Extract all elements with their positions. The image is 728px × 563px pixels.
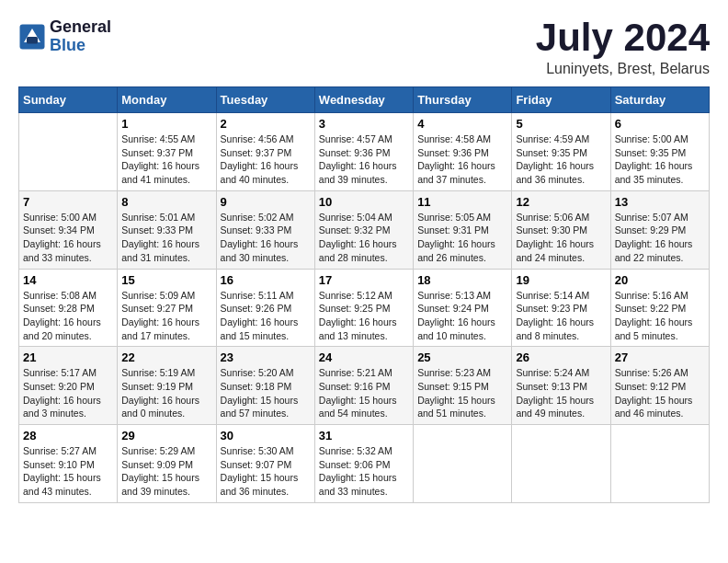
header-sunday: Sunday — [19, 87, 118, 113]
header-row: Sunday Monday Tuesday Wednesday Thursday… — [19, 87, 710, 113]
day-number: 17 — [319, 273, 409, 287]
day-number: 31 — [319, 429, 409, 442]
day-info: Sunrise: 5:16 AMSunset: 9:22 PMDaylight:… — [615, 289, 705, 343]
day-info: Sunrise: 5:08 AMSunset: 9:28 PMDaylight:… — [23, 289, 113, 343]
day-info: Sunrise: 5:21 AMSunset: 9:16 PMDaylight:… — [319, 366, 409, 420]
header-monday: Monday — [118, 87, 216, 113]
calendar-table: Sunday Monday Tuesday Wednesday Thursday… — [18, 86, 710, 503]
header-wednesday: Wednesday — [314, 87, 413, 113]
day-info: Sunrise: 4:57 AMSunset: 9:36 PMDaylight:… — [319, 132, 409, 187]
day-info: Sunrise: 5:00 AMSunset: 9:35 PMDaylight:… — [615, 132, 705, 187]
day-number: 7 — [23, 195, 113, 209]
cell-w2-d6: 12Sunrise: 5:06 AMSunset: 9:30 PMDayligh… — [512, 190, 610, 269]
header-tuesday: Tuesday — [216, 87, 314, 113]
day-info: Sunrise: 5:30 AMSunset: 9:07 PMDaylight:… — [221, 444, 311, 499]
cell-w2-d7: 13Sunrise: 5:07 AMSunset: 9:29 PMDayligh… — [610, 190, 709, 269]
cell-w5-d4: 31Sunrise: 5:32 AMSunset: 9:06 PMDayligh… — [314, 425, 413, 503]
cell-w5-d6 — [512, 425, 610, 503]
day-number: 22 — [121, 350, 211, 364]
cell-w3-d7: 20Sunrise: 5:16 AMSunset: 9:22 PMDayligh… — [610, 269, 709, 347]
day-info: Sunrise: 5:06 AMSunset: 9:30 PMDaylight:… — [516, 211, 606, 265]
day-info: Sunrise: 4:58 AMSunset: 9:36 PMDaylight:… — [417, 132, 507, 187]
day-info: Sunrise: 5:12 AMSunset: 9:25 PMDaylight:… — [319, 289, 409, 343]
cell-w3-d3: 16Sunrise: 5:11 AMSunset: 9:26 PMDayligh… — [216, 269, 314, 347]
day-number: 3 — [319, 117, 409, 131]
logo: General Blue — [18, 18, 111, 55]
day-info: Sunrise: 5:14 AMSunset: 9:23 PMDaylight:… — [516, 289, 606, 343]
cell-w3-d2: 15Sunrise: 5:09 AMSunset: 9:27 PMDayligh… — [118, 269, 216, 347]
cell-w4-d1: 21Sunrise: 5:17 AMSunset: 9:20 PMDayligh… — [19, 347, 118, 425]
day-info: Sunrise: 5:27 AMSunset: 9:10 PMDaylight:… — [23, 444, 113, 499]
day-number: 14 — [23, 273, 113, 287]
day-number: 18 — [417, 273, 507, 287]
day-number: 23 — [221, 350, 311, 364]
day-info: Sunrise: 5:20 AMSunset: 9:18 PMDaylight:… — [221, 366, 311, 420]
header-saturday: Saturday — [610, 87, 709, 113]
week-row-3: 14Sunrise: 5:08 AMSunset: 9:28 PMDayligh… — [19, 269, 710, 347]
day-number: 4 — [417, 117, 507, 131]
logo-line2: Blue — [50, 37, 111, 55]
cell-w1-d2: 1Sunrise: 4:55 AMSunset: 9:37 PMDaylight… — [118, 113, 216, 191]
cell-w3-d1: 14Sunrise: 5:08 AMSunset: 9:28 PMDayligh… — [19, 269, 118, 347]
cell-w1-d5: 4Sunrise: 4:58 AMSunset: 9:36 PMDaylight… — [414, 113, 512, 191]
cell-w3-d4: 17Sunrise: 5:12 AMSunset: 9:25 PMDayligh… — [314, 269, 413, 347]
day-number: 30 — [221, 429, 311, 442]
day-number: 20 — [615, 273, 705, 287]
day-number: 27 — [615, 350, 705, 364]
day-info: Sunrise: 5:17 AMSunset: 9:20 PMDaylight:… — [23, 366, 113, 420]
day-number: 8 — [121, 195, 211, 209]
day-number: 5 — [516, 117, 606, 131]
cell-w4-d3: 23Sunrise: 5:20 AMSunset: 9:18 PMDayligh… — [216, 347, 314, 425]
day-number: 10 — [319, 195, 409, 209]
cell-w4-d5: 25Sunrise: 5:23 AMSunset: 9:15 PMDayligh… — [414, 347, 512, 425]
header-friday: Friday — [512, 87, 610, 113]
day-number: 21 — [23, 350, 113, 364]
day-number: 13 — [615, 195, 705, 209]
cell-w1-d7: 6Sunrise: 5:00 AMSunset: 9:35 PMDaylight… — [610, 113, 709, 191]
day-number: 9 — [221, 195, 311, 209]
day-info: Sunrise: 4:59 AMSunset: 9:35 PMDaylight:… — [516, 132, 606, 187]
day-info: Sunrise: 5:26 AMSunset: 9:12 PMDaylight:… — [615, 366, 705, 420]
day-info: Sunrise: 5:24 AMSunset: 9:13 PMDaylight:… — [516, 366, 606, 420]
cell-w5-d2: 29Sunrise: 5:29 AMSunset: 9:09 PMDayligh… — [118, 425, 216, 503]
page-header: General Blue July 2024 Luninyets, Brest,… — [18, 18, 710, 77]
location-subtitle: Luninyets, Brest, Belarus — [536, 61, 710, 77]
cell-w1-d6: 5Sunrise: 4:59 AMSunset: 9:35 PMDaylight… — [512, 113, 610, 191]
svg-rect-2 — [27, 37, 38, 44]
day-number: 15 — [121, 273, 211, 287]
cell-w1-d1 — [19, 113, 118, 191]
day-number: 19 — [516, 273, 606, 287]
week-row-4: 21Sunrise: 5:17 AMSunset: 9:20 PMDayligh… — [19, 347, 710, 425]
day-number: 2 — [221, 117, 311, 131]
day-info: Sunrise: 5:19 AMSunset: 9:19 PMDaylight:… — [121, 366, 211, 420]
cell-w2-d4: 10Sunrise: 5:04 AMSunset: 9:32 PMDayligh… — [314, 190, 413, 269]
cell-w2-d2: 8Sunrise: 5:01 AMSunset: 9:33 PMDaylight… — [118, 190, 216, 269]
day-info: Sunrise: 5:09 AMSunset: 9:27 PMDaylight:… — [121, 289, 211, 343]
day-info: Sunrise: 5:29 AMSunset: 9:09 PMDaylight:… — [121, 444, 211, 499]
cell-w5-d7 — [610, 425, 709, 503]
cell-w5-d3: 30Sunrise: 5:30 AMSunset: 9:07 PMDayligh… — [216, 425, 314, 503]
cell-w4-d6: 26Sunrise: 5:24 AMSunset: 9:13 PMDayligh… — [512, 347, 610, 425]
week-row-2: 7Sunrise: 5:00 AMSunset: 9:34 PMDaylight… — [19, 190, 710, 269]
day-number: 6 — [615, 117, 705, 131]
day-info: Sunrise: 5:11 AMSunset: 9:26 PMDaylight:… — [221, 289, 311, 343]
cell-w2-d1: 7Sunrise: 5:00 AMSunset: 9:34 PMDaylight… — [19, 190, 118, 269]
week-row-5: 28Sunrise: 5:27 AMSunset: 9:10 PMDayligh… — [19, 425, 710, 503]
day-info: Sunrise: 4:56 AMSunset: 9:37 PMDaylight:… — [221, 132, 311, 187]
day-info: Sunrise: 5:01 AMSunset: 9:33 PMDaylight:… — [121, 211, 211, 265]
day-info: Sunrise: 5:13 AMSunset: 9:24 PMDaylight:… — [417, 289, 507, 343]
cell-w5-d1: 28Sunrise: 5:27 AMSunset: 9:10 PMDayligh… — [19, 425, 118, 503]
day-info: Sunrise: 5:02 AMSunset: 9:33 PMDaylight:… — [221, 211, 311, 265]
cell-w1-d3: 2Sunrise: 4:56 AMSunset: 9:37 PMDaylight… — [216, 113, 314, 191]
cell-w4-d2: 22Sunrise: 5:19 AMSunset: 9:19 PMDayligh… — [118, 347, 216, 425]
cell-w2-d3: 9Sunrise: 5:02 AMSunset: 9:33 PMDaylight… — [216, 190, 314, 269]
day-info: Sunrise: 5:00 AMSunset: 9:34 PMDaylight:… — [23, 211, 113, 265]
cell-w4-d4: 24Sunrise: 5:21 AMSunset: 9:16 PMDayligh… — [314, 347, 413, 425]
day-number: 28 — [23, 429, 113, 442]
day-number: 26 — [516, 350, 606, 364]
week-row-1: 1Sunrise: 4:55 AMSunset: 9:37 PMDaylight… — [19, 113, 710, 191]
day-number: 29 — [121, 429, 211, 442]
day-number: 12 — [516, 195, 606, 209]
logo-line1: General — [50, 18, 111, 37]
day-number: 25 — [417, 350, 507, 364]
